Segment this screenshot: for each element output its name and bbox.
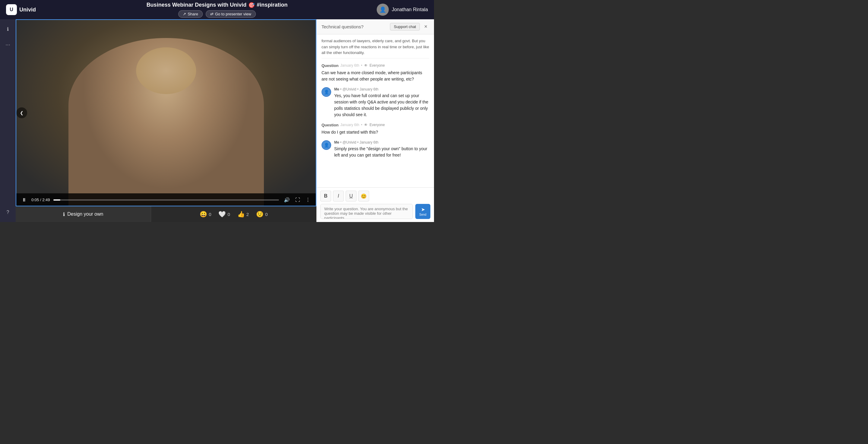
video-container: ❮ ⏸ 0:05 / 2:49 🔊 bbox=[16, 19, 316, 222]
answer-text-1: Yes, you have full control and can set u… bbox=[334, 93, 429, 118]
presenter-head bbox=[136, 47, 196, 94]
video-controls: ⏸ 0:05 / 2:49 🔊 ⛶ bbox=[16, 193, 316, 206]
video-more-button[interactable]: ⋮ bbox=[304, 196, 312, 204]
presenter-label: Go to presenter view bbox=[215, 12, 251, 16]
prev-icon: ❮ bbox=[20, 110, 24, 115]
send-button[interactable]: ➤ Send bbox=[415, 204, 430, 219]
visibility-icon-2: 👁 bbox=[364, 123, 368, 127]
header-center: Business Webinar Designs with Univid 🎯 #… bbox=[147, 2, 288, 18]
panel-close-button[interactable]: × bbox=[422, 23, 429, 30]
title-emoji: 🎯 bbox=[248, 2, 255, 8]
right-panel: Technical questions? Support chat × form… bbox=[316, 19, 434, 222]
bold-button[interactable]: B bbox=[320, 191, 331, 201]
share-button[interactable]: ↗ Share bbox=[178, 10, 203, 18]
progress-bar[interactable] bbox=[53, 199, 279, 200]
logo: U Univid bbox=[6, 4, 36, 15]
chat-messages: formal audiences of lawyers, elderly car… bbox=[317, 34, 434, 187]
heart-count: 0 bbox=[227, 212, 230, 217]
reaction-smile[interactable]: 😀 0 bbox=[200, 211, 211, 218]
title-text: Business Webinar Designs with Univid bbox=[147, 2, 247, 8]
reaction-heart[interactable]: 🤍 0 bbox=[218, 211, 230, 218]
handle-sep-2: • @Univid • January 6th bbox=[340, 140, 378, 145]
panel-header: Technical questions? Support chat × bbox=[317, 19, 434, 34]
panel-header-label: Technical questions? bbox=[321, 24, 364, 29]
send-label: Send bbox=[419, 213, 426, 216]
question-label-1: Question bbox=[321, 63, 338, 68]
video-prev-button[interactable]: ❮ bbox=[16, 107, 27, 118]
chat-answer-1: 👤 Me • @Univid • January 6th Yes, you ha… bbox=[321, 87, 429, 118]
main-content: ℹ ⋯ ? ❮ bbox=[0, 19, 434, 222]
handle-sep-1: • @Univid • January 6th bbox=[340, 87, 378, 91]
chat-meta-1: Me • @Univid • January 6th bbox=[334, 87, 429, 91]
chat-question-2: Question January 6th • 👁 Everyone How do… bbox=[321, 123, 429, 135]
presenter-icon: ⇄ bbox=[210, 12, 214, 16]
logo-text: Univid bbox=[19, 7, 36, 13]
sidebar-help-icon[interactable]: ? bbox=[3, 208, 13, 217]
worried-count: 0 bbox=[265, 212, 268, 217]
thumbs-up-count: 2 bbox=[246, 212, 249, 217]
design-own-label: Design your own bbox=[67, 212, 103, 217]
answer-text-2: Simply press the "design your own" butto… bbox=[334, 146, 429, 158]
thumbs-up-icon: 👍 bbox=[237, 211, 245, 218]
underline-button[interactable]: U bbox=[346, 191, 356, 201]
format-toolbar: B I U 😊 bbox=[320, 191, 430, 201]
controls-right: 🔊 ⛶ ⋮ bbox=[283, 196, 312, 204]
total-time: 2:49 bbox=[42, 197, 50, 202]
sidebar-more-icon[interactable]: ⋯ bbox=[3, 40, 13, 50]
pause-icon: ⏸ bbox=[22, 197, 27, 203]
question-text-1: Can we have a more closed mode, where pa… bbox=[321, 70, 429, 82]
worried-icon: 😟 bbox=[256, 211, 264, 218]
fullscreen-button[interactable]: ⛶ bbox=[294, 196, 301, 204]
visibility-icon-1: 👁 bbox=[364, 63, 368, 68]
volume-button[interactable]: 🔊 bbox=[283, 196, 291, 204]
heart-icon: 🤍 bbox=[218, 211, 226, 218]
header-title: Business Webinar Designs with Univid 🎯 #… bbox=[147, 2, 288, 8]
title-hashtag: #inspiration bbox=[257, 2, 287, 8]
header-actions: ↗ Share ⇄ Go to presenter view bbox=[147, 10, 288, 18]
chat-input-row: ➤ Send bbox=[320, 204, 430, 219]
chat-answer-2: 👤 Me • @Univid • January 6th Simply pres… bbox=[321, 140, 429, 158]
msg-header-1: Question January 6th • 👁 Everyone bbox=[321, 63, 429, 68]
visibility-label-1: Everyone bbox=[369, 63, 385, 68]
question-text-2: How do I get started with this? bbox=[321, 129, 429, 135]
avatar: 👤 bbox=[377, 4, 389, 16]
video-wrapper: ❮ ⏸ 0:05 / 2:49 🔊 bbox=[16, 19, 316, 206]
send-icon: ➤ bbox=[421, 207, 425, 212]
reaction-worried[interactable]: 😟 0 bbox=[256, 211, 268, 218]
question-label-2: Question bbox=[321, 123, 338, 127]
current-time: 0:05 bbox=[31, 197, 39, 202]
smile-icon: 😀 bbox=[200, 211, 207, 218]
sidebar-info-icon[interactable]: ℹ bbox=[3, 24, 13, 34]
author-2: Me bbox=[334, 140, 339, 145]
presenter-view-button[interactable]: ⇄ Go to presenter view bbox=[206, 10, 256, 18]
panel-header-right: Support chat × bbox=[390, 23, 429, 30]
visibility-label-2: Everyone bbox=[369, 123, 385, 127]
support-chat-button[interactable]: Support chat bbox=[390, 23, 420, 30]
user-name: Jonathan Rintala bbox=[392, 7, 428, 12]
share-label: Share bbox=[188, 12, 198, 16]
emoji-button[interactable]: 😊 bbox=[358, 191, 369, 201]
design-own-button[interactable]: ℹ Design your own bbox=[16, 206, 151, 222]
reaction-thumbs-up[interactable]: 👍 2 bbox=[237, 211, 249, 218]
progress-fill bbox=[53, 199, 60, 200]
play-pause-button[interactable]: ⏸ bbox=[21, 196, 28, 204]
chat-avatar-2: 👤 bbox=[321, 140, 331, 150]
chat-content-2: Me • @Univid • January 6th Simply press … bbox=[334, 140, 429, 158]
more-icon: ⋮ bbox=[306, 197, 310, 203]
truncated-text: formal audiences of lawyers, elderly car… bbox=[321, 38, 429, 59]
video-placeholder bbox=[16, 19, 316, 206]
time-display: 0:05 / 2:49 bbox=[31, 197, 50, 202]
chat-message-truncated: formal audiences of lawyers, elderly car… bbox=[321, 38, 429, 59]
chat-input-area: B I U 😊 ➤ Send bbox=[317, 187, 434, 222]
msg-header-2: Question January 6th • 👁 Everyone bbox=[321, 123, 429, 127]
video-bottom-bar: ℹ Design your own 😀 0 🤍 0 👍 2 😟 bbox=[16, 206, 316, 222]
chat-input[interactable] bbox=[320, 204, 413, 219]
header-right: 👤 Jonathan Rintala bbox=[377, 4, 428, 16]
smile-count: 0 bbox=[209, 212, 211, 217]
reactions-bar: 😀 0 🤍 0 👍 2 😟 0 bbox=[151, 206, 316, 222]
share-icon: ↗ bbox=[183, 12, 186, 16]
italic-button[interactable]: I bbox=[333, 191, 344, 201]
chat-content-1: Me • @Univid • January 6th Yes, you have… bbox=[334, 87, 429, 118]
volume-icon: 🔊 bbox=[284, 197, 290, 203]
author-1: Me bbox=[334, 87, 339, 91]
